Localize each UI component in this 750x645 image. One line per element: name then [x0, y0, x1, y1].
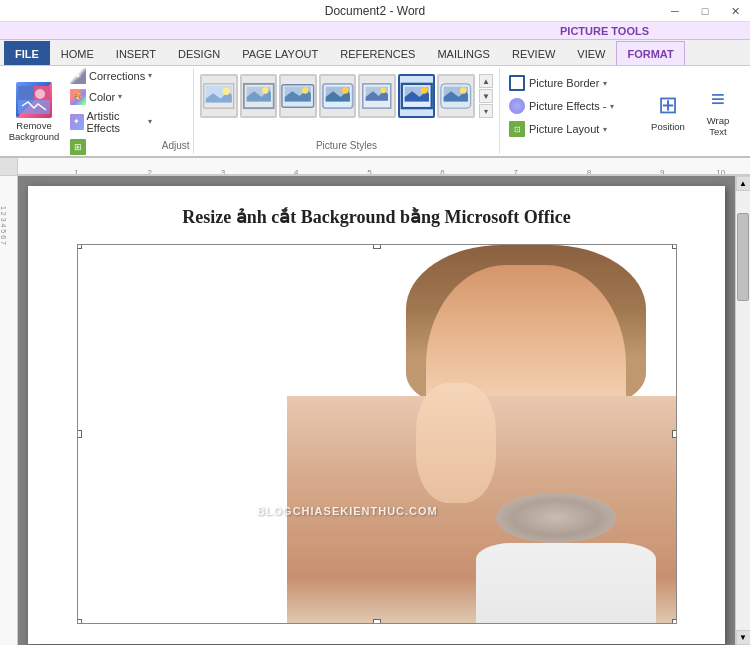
border-dropdown-arrow: ▾ [603, 79, 607, 88]
style-thumb-1[interactable] [200, 74, 238, 118]
wrap-text-label: Wrap Text [701, 115, 735, 137]
corrections-button[interactable]: ☀ Corrections ▾ [66, 66, 156, 86]
svg-point-3 [35, 89, 45, 99]
effects-dropdown-arrow: ▾ [610, 102, 614, 111]
photo-necklace [496, 493, 616, 543]
styles-group-label: Picture Styles [198, 140, 495, 152]
ruler-mark-10: 10 [716, 168, 725, 175]
color-dropdown-arrow: ▾ [118, 92, 122, 101]
picture-layout-label: Picture Layout [529, 123, 599, 135]
scroll-down-button[interactable]: ▼ [736, 630, 751, 645]
window-controls: ─ □ ✕ [660, 0, 750, 22]
compress-icon: ⊞ [70, 139, 86, 155]
ruler-mark-9: 9 [660, 168, 664, 175]
photo-white-area [78, 245, 305, 623]
position-label: Position [651, 121, 685, 132]
handle-bottom-middle[interactable] [373, 619, 381, 624]
picture-styles-group: ▲ ▼ ▾ Picture Styles [194, 68, 500, 154]
picture-tools-banner: PICTURE TOOLS [0, 22, 750, 40]
style-thumbnails-row: ▲ ▼ ▾ [198, 70, 495, 122]
title-bar: Document2 - Word ─ □ ✕ [0, 0, 750, 22]
svg-point-9 [262, 87, 269, 94]
style-thumb-5[interactable] [358, 74, 396, 118]
handle-top-right[interactable] [672, 244, 677, 249]
style-thumb-4[interactable] [319, 74, 357, 118]
ruler-mark-4: 4 [294, 168, 298, 175]
vertical-scrollbar: ▲ ▼ [735, 176, 750, 645]
handle-bottom-right[interactable] [672, 619, 677, 624]
ruler-mark-8: 8 [587, 168, 591, 175]
tab-references[interactable]: REFERENCES [329, 41, 426, 65]
svg-rect-0 [18, 86, 34, 100]
vertical-ruler: 1 2 3 4 5 6 7 [0, 176, 18, 645]
document-area: 1 2 3 4 5 6 7 Resize ảnh cắt Background … [0, 176, 750, 645]
tab-view[interactable]: VIEW [566, 41, 616, 65]
ruler-mark-7: 7 [514, 168, 518, 175]
scrollbar-track[interactable] [736, 191, 750, 630]
ruler-area: 1 2 3 4 5 6 7 8 9 10 [0, 158, 750, 176]
style-thumb-3[interactable] [279, 74, 317, 118]
picture-layout-button[interactable]: ⊡ Picture Layout ▾ [504, 118, 636, 140]
image-frame[interactable]: BLOGCHIASEKIENTHUC.COM [77, 244, 677, 624]
picture-effects-icon [509, 98, 525, 114]
position-icon: ⊞ [658, 91, 678, 119]
color-button[interactable]: 🎨 Color ▾ [66, 87, 156, 107]
picture-tools-label: PICTURE TOOLS [560, 25, 649, 37]
svg-point-18 [381, 88, 387, 94]
ribbon: Remove Background ☀ Corrections ▾ 🎨 Colo… [0, 66, 750, 158]
style-thumb-2[interactable] [240, 74, 278, 118]
adjust-buttons: ☀ Corrections ▾ 🎨 Color ▾ ✦ Artistic Eff… [64, 62, 158, 161]
maximize-button[interactable]: □ [690, 0, 720, 22]
picture-layout-icon: ⊡ [509, 121, 525, 137]
close-button[interactable]: ✕ [720, 0, 750, 22]
wrap-text-button[interactable]: ≡ Wrap Text [694, 79, 742, 143]
styles-scroll-down[interactable]: ▼ [479, 89, 493, 103]
tab-format[interactable]: FORMAT [616, 41, 684, 65]
ruler-horizontal: 1 2 3 4 5 6 7 8 9 10 [18, 158, 750, 175]
photo-hand [416, 383, 496, 503]
svg-point-6 [223, 88, 230, 95]
picture-border-icon [509, 75, 525, 91]
tab-file[interactable]: FILE [4, 41, 50, 65]
handle-middle-right[interactable] [672, 430, 677, 438]
minimize-button[interactable]: ─ [660, 0, 690, 22]
scroll-up-button[interactable]: ▲ [736, 176, 751, 191]
handle-top-left[interactable] [77, 244, 82, 249]
photo-content: BLOGCHIASEKIENTHUC.COM [78, 245, 676, 623]
handle-top-middle[interactable] [373, 244, 381, 249]
format-group: Picture Border ▾ Picture Effects - ▾ ⊡ P… [500, 68, 640, 154]
color-icon: 🎨 [70, 89, 86, 105]
style-thumb-6[interactable] [398, 74, 436, 118]
scrollbar-thumb[interactable] [737, 213, 749, 301]
watermark: BLOGCHIASEKIENTHUC.COM [257, 505, 438, 517]
compress-button[interactable]: ⊞ [66, 137, 156, 157]
artistic-effects-button[interactable]: ✦ Artistic Effects ▾ [66, 108, 156, 136]
tab-design[interactable]: DESIGN [167, 41, 231, 65]
remove-bg-icon [16, 82, 52, 118]
corrections-icon: ☀ [70, 68, 86, 84]
svg-point-15 [342, 87, 349, 94]
tab-mailings[interactable]: MAILINGS [426, 41, 501, 65]
styles-scroll-controls: ▲ ▼ ▾ [479, 74, 493, 118]
style-thumb-7[interactable] [437, 74, 475, 118]
handle-bottom-left[interactable] [77, 619, 82, 624]
remove-background-area: Remove Background [4, 73, 64, 150]
wrap-text-icon: ≡ [711, 85, 725, 113]
tab-page-layout[interactable]: PAGE LAYOUT [231, 41, 329, 65]
ruler-corner [0, 158, 18, 176]
tab-review[interactable]: REVIEW [501, 41, 566, 65]
position-button[interactable]: ⊞ Position [644, 79, 692, 143]
ruler-mark-3: 3 [221, 168, 225, 175]
handle-middle-left[interactable] [77, 430, 82, 438]
ruler-mark-5: 5 [367, 168, 371, 175]
picture-border-button[interactable]: Picture Border ▾ [504, 72, 636, 94]
svg-point-24 [460, 87, 467, 94]
picture-effects-button[interactable]: Picture Effects - ▾ [504, 95, 636, 117]
styles-scroll-up[interactable]: ▲ [479, 74, 493, 88]
styles-scroll-more[interactable]: ▾ [479, 104, 493, 118]
v-ruler-marks: 1 2 3 4 5 6 7 [0, 206, 7, 245]
scroll-area: Resize ảnh cắt Background bằng Microsoft… [18, 176, 735, 645]
picture-effects-label: Picture Effects - [529, 100, 606, 112]
remove-background-button[interactable]: Remove Background [6, 77, 62, 148]
picture-border-label: Picture Border [529, 77, 599, 89]
